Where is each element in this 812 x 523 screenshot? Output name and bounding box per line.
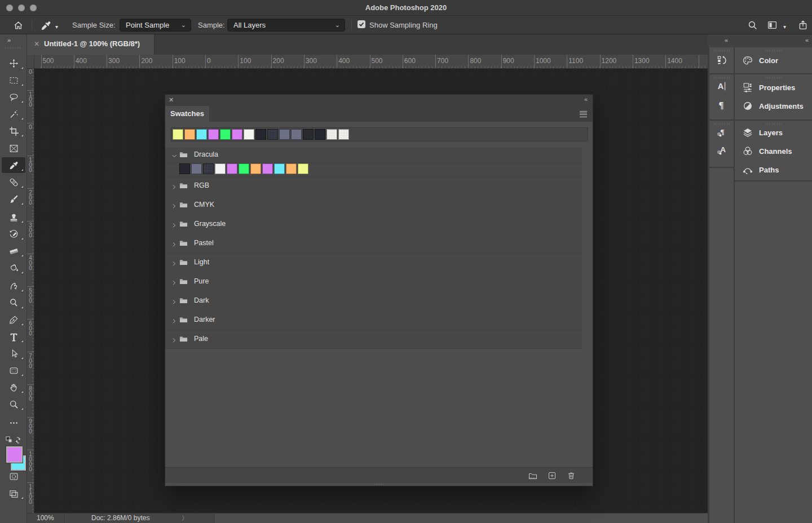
swatch-dracula-8[interactable] (274, 163, 285, 174)
rectangle-shape-tool[interactable] (2, 362, 25, 378)
lasso-tool[interactable] (2, 89, 25, 105)
eraser-tool[interactable] (2, 243, 25, 259)
chevron-right-icon[interactable] (171, 221, 178, 231)
swatch-recent-11[interactable] (303, 129, 314, 140)
vertical-ruler[interactable]: 2001000100200300400500600700800900100011… (27, 69, 34, 513)
swatch-group-row[interactable]: Darker (165, 311, 582, 330)
swatch-group-row[interactable]: Grayscale (165, 215, 582, 234)
clone-stamp-tool[interactable] (2, 209, 25, 225)
crop-tool[interactable] (2, 123, 25, 139)
show-sampling-ring-checkbox[interactable] (358, 20, 365, 28)
swatch-dracula-4[interactable] (227, 163, 237, 174)
swatch-dracula-0[interactable] (179, 163, 190, 174)
hand-tool[interactable] (2, 379, 25, 395)
smudge-tool[interactable] (2, 278, 25, 294)
screen-mode-button[interactable] (2, 485, 25, 501)
status-chevron-icon[interactable]: 〉 (182, 513, 188, 523)
swatches-panel-header[interactable]: ✕ « (165, 95, 593, 106)
home-icon[interactable] (13, 20, 23, 30)
panel-item-color[interactable]: Color (735, 52, 812, 69)
swatch-dracula-2[interactable] (203, 163, 214, 174)
swatch-group-row[interactable]: Pure (165, 272, 582, 291)
workspace-chevron-icon[interactable]: ▾ (783, 24, 786, 30)
chevron-right-icon[interactable] (171, 298, 178, 308)
paragraph-panel-icon[interactable]: ¶ (709, 96, 734, 113)
spot-healing-brush-tool[interactable] (2, 174, 25, 190)
swatch-dracula-6[interactable] (250, 163, 261, 174)
panel-item-channels[interactable]: Channels (735, 143, 812, 159)
character-panel-icon[interactable]: A (709, 78, 734, 95)
swatch-recent-4[interactable] (220, 129, 231, 140)
document-info[interactable]: Doc: 2.86M/0 bytes〉 (65, 513, 215, 523)
swatch-dracula-9[interactable] (286, 163, 297, 174)
swatch-recent-1[interactable] (184, 129, 195, 140)
chevron-right-icon[interactable] (171, 259, 178, 269)
swatch-recent-8[interactable] (267, 129, 278, 140)
swatches-tab[interactable]: Swatches (165, 106, 209, 122)
swatch-recent-9[interactable] (279, 129, 290, 140)
search-icon[interactable] (747, 20, 758, 30)
swatch-group-row[interactable]: Dracula (165, 148, 582, 163)
swatch-group-row[interactable]: Dark (165, 291, 582, 311)
panel-collapse-icon[interactable]: « (584, 96, 587, 103)
workspace-icon[interactable] (767, 20, 778, 30)
chevron-right-icon[interactable] (171, 278, 178, 289)
pen-tool[interactable] (2, 312, 25, 327)
swatch-group-row[interactable]: Pastel (165, 234, 582, 253)
panel-item-paths[interactable]: Paths (735, 161, 812, 178)
chevron-right-icon[interactable] (171, 183, 178, 193)
swatch-recent-6[interactable] (244, 129, 254, 140)
swatch-recent-14[interactable] (338, 129, 349, 140)
chevron-down-icon[interactable] (171, 152, 178, 162)
swatch-group-row[interactable]: Light (165, 253, 582, 272)
swatch-dracula-3[interactable] (215, 163, 226, 174)
eyedropper-tool-preset-icon[interactable] (39, 19, 52, 32)
swatch-group-row[interactable]: CMYK (165, 196, 582, 215)
swatch-recent-13[interactable] (326, 129, 337, 140)
swatch-dracula-1[interactable] (191, 163, 202, 174)
horizontal-ruler[interactable]: 5004003002001000100200300400500600700800… (27, 55, 708, 69)
edit-toolbar-tool[interactable] (2, 415, 25, 431)
swatch-recent-2[interactable] (196, 129, 207, 140)
swatch-dracula-7[interactable] (262, 163, 273, 174)
tool-preset-chevron-icon[interactable]: ▾ (55, 24, 58, 30)
foreground-color-swatch[interactable] (6, 446, 23, 463)
path-selection-tool[interactable] (2, 345, 25, 361)
dodge-tool[interactable] (2, 295, 25, 311)
type-tool[interactable] (2, 329, 25, 344)
magic-wand-tool[interactable] (2, 106, 25, 122)
swatch-group-row[interactable]: Pale (165, 330, 582, 349)
character-styles-panel-icon[interactable]: A (709, 142, 734, 159)
history-panel-icon[interactable] (709, 52, 734, 69)
swatch-recent-5[interactable] (232, 129, 242, 140)
new-group-icon[interactable] (528, 471, 537, 480)
zoom-level-field[interactable]: 100% (27, 513, 65, 523)
share-icon[interactable] (797, 19, 809, 30)
chevron-right-icon[interactable] (171, 336, 178, 346)
panel-item-layers[interactable]: Layers (735, 124, 812, 141)
panel-close-icon[interactable]: ✕ (169, 96, 174, 104)
document-tab[interactable]: ✕ Untitled-1 @ 100% (RGB/8*) (27, 34, 155, 55)
brush-tool[interactable] (2, 191, 25, 207)
sample-size-dropdown[interactable]: Point Sample⌄ (120, 19, 191, 32)
new-swatch-icon[interactable] (548, 471, 557, 480)
sample-dropdown[interactable]: All Layers⌄ (227, 19, 345, 32)
panel-item-adjustments[interactable]: Adjustments (735, 97, 812, 114)
chevron-right-icon[interactable] (171, 202, 178, 212)
swatch-recent-7[interactable] (255, 129, 266, 140)
swatch-recent-10[interactable] (291, 129, 302, 140)
chevron-right-icon[interactable] (171, 240, 178, 250)
rectangular-marquee-tool[interactable] (2, 72, 25, 88)
panel-resize-handle[interactable] (374, 484, 383, 485)
tab-close-icon[interactable]: ✕ (33, 40, 41, 48)
swatch-group-row[interactable]: RGB (165, 176, 582, 196)
swatch-recent-0[interactable] (173, 129, 183, 140)
move-tool[interactable] (2, 55, 25, 71)
collapse-icon-column-icon[interactable]: « (725, 37, 727, 43)
tools-drag-handle[interactable] (5, 47, 22, 49)
expand-tools-icon[interactable]: » (7, 37, 10, 43)
paragraph-styles-panel-icon[interactable]: ¶ (709, 124, 734, 141)
history-brush-tool[interactable] (2, 226, 25, 242)
paint-bucket-tool[interactable] (2, 260, 25, 276)
panel-menu-icon[interactable] (580, 111, 587, 118)
